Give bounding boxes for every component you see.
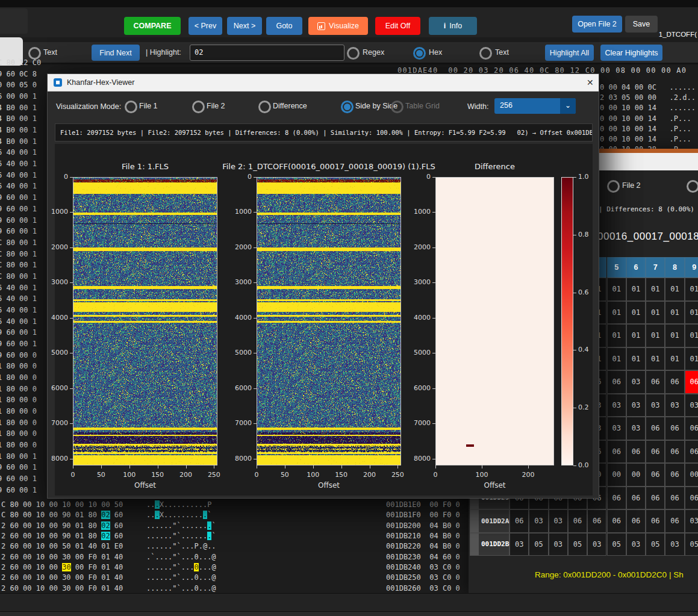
- grid-cell[interactable]: 03: [529, 509, 548, 533]
- grid-cell[interactable]: 06: [626, 487, 646, 510]
- edit-off-button[interactable]: Edit Off: [375, 17, 420, 35]
- grid-cell[interactable]: 01: [665, 278, 684, 301]
- radio-regex[interactable]: [347, 47, 360, 60]
- grid-cell[interactable]: 01: [665, 347, 684, 371]
- hex-row[interactable]: 9 60 00 1: [0, 340, 37, 348]
- hex-row[interactable]: 9 60 0C 8: [0, 70, 37, 78]
- grid-cell[interactable]: 03: [607, 417, 626, 440]
- hex-row[interactable]: C 80 12 C0: [0, 58, 41, 67]
- grid-cell[interactable]: 01: [685, 301, 698, 325]
- grid-cell[interactable]: 03: [549, 509, 568, 533]
- open-file2-button[interactable]: Open File 2: [572, 16, 622, 33]
- hex-row-ascii[interactable]: ...X..........`: [146, 511, 211, 519]
- find-next-button[interactable]: Find Next: [92, 45, 140, 61]
- hex-row-bytes[interactable]: C 80 00 10 00 90 01 80 02 60: [1, 511, 123, 519]
- hex-row-bytes[interactable]: 2 60 00 10 00 90 01 80 02 60: [1, 521, 123, 530]
- hex-row[interactable]: 6 40 00 1: [0, 182, 37, 190]
- hex-row[interactable]: 0 00 04 00 0C ......: [600, 83, 696, 92]
- hex-row[interactable]: 1 80 00 0: [0, 441, 37, 449]
- hex-row[interactable]: 6 00 00 1: [0, 92, 37, 101]
- hex-row[interactable]: C 80 00 1: [0, 261, 37, 269]
- next-button[interactable]: Next >: [227, 17, 262, 35]
- grid-cell[interactable]: 05: [529, 533, 548, 556]
- hex-row-ascii[interactable]: ......"`...0...@: [146, 584, 216, 593]
- hex-row-ascii[interactable]: ...X..........P: [146, 500, 211, 509]
- dialog-titlebar[interactable]: Khanfar-Hex-Viewer ✕: [48, 74, 599, 92]
- grid-cell[interactable]: 06: [665, 463, 684, 487]
- hex-row[interactable]: 6 40 00 1: [0, 171, 37, 179]
- grid-cell[interactable]: 06: [665, 509, 684, 533]
- hex-row[interactable]: 2 03 05 00 00 .2.d..: [600, 93, 696, 102]
- hex-row[interactable]: 4 B0 00 1: [0, 104, 37, 112]
- grid-cell[interactable]: 03: [665, 533, 684, 556]
- grid-cell[interactable]: 03: [626, 417, 646, 440]
- radio-hex[interactable]: [413, 47, 426, 60]
- grid-cell[interactable]: 06: [646, 487, 665, 510]
- grid-cell[interactable]: 00: [626, 463, 646, 487]
- hex-row[interactable]: 6 40 00 1: [0, 317, 37, 326]
- hex-row[interactable]: C 80 00 1: [0, 238, 37, 247]
- grid-cell[interactable]: 01: [685, 324, 698, 347]
- grid-cell[interactable]: 01: [685, 347, 698, 371]
- compare-button[interactable]: COMPARE: [124, 17, 181, 35]
- mode-radio-file-1[interactable]: [125, 101, 137, 113]
- hex-row[interactable]: 1 80 00 0: [0, 418, 37, 427]
- highlight-all-button[interactable]: Highlight All: [545, 45, 594, 61]
- hex-row[interactable]: 0 00 10 00 14 .P...: [600, 125, 691, 133]
- hex-row[interactable]: 0 00 10 00 14 ......: [600, 104, 696, 112]
- hex-row-ascii[interactable]: ......"`...P.@..: [146, 542, 216, 550]
- grid-cell[interactable]: 06: [646, 370, 665, 394]
- hex-row-bytes[interactable]: 2 60 00 10 00 50 01 40 01 E0: [1, 542, 123, 550]
- hex-row[interactable]: 0 00 10 00 14 .P...: [600, 135, 691, 143]
- grid-cell[interactable]: 05: [685, 533, 698, 556]
- hex-row[interactable]: 9 60 00 1: [0, 463, 37, 471]
- hex-row[interactable]: 1 80 00 0: [0, 362, 37, 370]
- grid-cell[interactable]: 01: [665, 324, 684, 347]
- grid-cell[interactable]: 03: [685, 394, 698, 417]
- hex-row[interactable]: 6 40 00 1: [0, 148, 37, 157]
- grid-cell[interactable]: 01: [685, 278, 698, 301]
- hex-row-bytes[interactable]: 2 60 00 10 00 30 00 F0 01 40: [1, 584, 123, 593]
- grid-cell[interactable]: 06: [607, 509, 626, 533]
- hex-row[interactable]: 4 B0 00 1: [0, 114, 37, 123]
- hex-row[interactable]: 9 60 00 1: [0, 227, 37, 235]
- hex-row-ascii[interactable]: ......"`.......`: [146, 521, 216, 530]
- hex-row[interactable]: 1 80 00 0: [0, 373, 37, 382]
- clear-highlights-button[interactable]: Clear Highlights: [600, 45, 662, 61]
- hex-row[interactable]: 6 40 00 1: [0, 306, 37, 314]
- grid-cell[interactable]: 06: [646, 417, 665, 440]
- hex-row[interactable]: 1 80 00 0: [0, 429, 37, 438]
- win2-radio-difference[interactable]: [687, 180, 698, 193]
- grid-cell[interactable]: 01: [607, 347, 626, 371]
- grid-cell[interactable]: 03: [509, 533, 529, 556]
- grid-cell[interactable]: 03: [607, 394, 626, 417]
- grid-cell[interactable]: 01: [607, 278, 626, 301]
- grid-cell[interactable]: 06: [685, 487, 698, 510]
- hex-row[interactable]: 9 60 00 1: [0, 216, 37, 225]
- grid-cell[interactable]: 05: [568, 533, 587, 556]
- goto-button[interactable]: Goto: [266, 17, 302, 35]
- hex-row[interactable]: 9 60 00 1: [0, 328, 37, 337]
- grid-cell[interactable]: 01: [607, 324, 626, 347]
- hex-row[interactable]: 9 60 00 0: [0, 351, 37, 359]
- hex-row-bytes[interactable]: 2 60 00 10 00 30 00 F0 01 40: [1, 573, 123, 582]
- save-button[interactable]: Save: [625, 16, 658, 33]
- mode-radio-difference[interactable]: [258, 101, 271, 113]
- hex-row[interactable]: 0 00 10 00 14 .P...: [600, 114, 691, 123]
- hex-row[interactable]: 6 40 00 1: [0, 294, 37, 303]
- visualize-button[interactable]: Visualize: [308, 17, 368, 35]
- hex-row-bytes[interactable]: C 80 00 10 00 10 00 10 00 50: [1, 500, 123, 509]
- grid-cell[interactable]: 03: [665, 394, 684, 417]
- grid-cell[interactable]: 05: [607, 533, 626, 556]
- grid-cell[interactable]: 01: [665, 301, 684, 325]
- hex-row[interactable]: 9 60 00 1: [0, 205, 37, 213]
- grid-cell[interactable]: 01: [626, 278, 646, 301]
- grid-cell[interactable]: 06: [685, 440, 698, 464]
- grid-cell[interactable]: 03: [646, 394, 665, 417]
- grid-cell[interactable]: 06: [509, 509, 529, 533]
- grid-cell[interactable]: 01: [646, 301, 665, 325]
- grid-cell-diff[interactable]: 06: [685, 370, 698, 394]
- grid-cell[interactable]: 06: [665, 487, 684, 510]
- grid-cell[interactable]: 01: [626, 301, 646, 325]
- grid-cell[interactable]: 00: [607, 463, 626, 487]
